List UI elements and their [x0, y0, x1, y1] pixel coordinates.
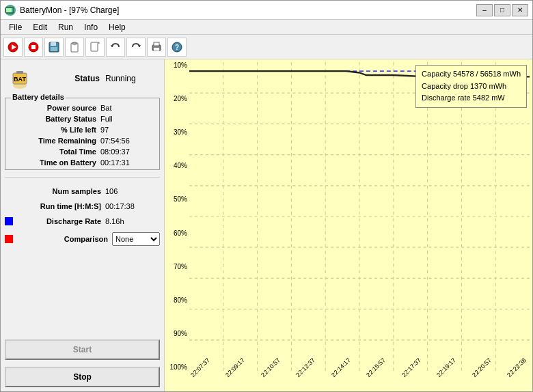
discharge-rate-label: Discharge Rate — [14, 217, 105, 225]
battery-details-group: Battery details Power source Bat Battery… — [5, 98, 160, 170]
svg-rect-24 — [16, 71, 23, 74]
comparison-select[interactable]: None Custom — [112, 232, 160, 246]
status-value: Running — [105, 74, 160, 83]
left-panel: BAT Status Running Battery details Power… — [1, 59, 165, 391]
comparison-label: Comparison — [14, 235, 112, 243]
discharge-color-indicator — [5, 217, 13, 225]
window-icon — [5, 5, 16, 16]
window-controls: – □ ✕ — [476, 4, 528, 16]
time-on-battery-label: Time on Battery — [10, 158, 100, 167]
toolbar: ? — [1, 35, 532, 59]
main-content: BAT Status Running Battery details Power… — [1, 59, 532, 391]
svg-text:?: ? — [175, 44, 179, 51]
window-title: BatteryMon - [97% Charge] — [20, 5, 476, 15]
run-time-label: Run time [H:M:S] — [5, 202, 105, 210]
comparison-color-indicator — [5, 235, 13, 243]
comparison-row: Comparison None Custom — [5, 232, 160, 246]
y-labels: 100% 90% 80% 70% 60% 50% 40% 30% 20% 10% — [165, 62, 189, 371]
toolbar-clipboard-btn[interactable] — [65, 38, 84, 57]
life-left-label: % Life left — [10, 126, 100, 134]
y-label-20: 20% — [165, 96, 189, 102]
num-samples-label: Num samples — [5, 187, 105, 195]
num-samples-row: Num samples 106 — [5, 187, 160, 195]
total-time-label: Total Time — [10, 148, 100, 156]
detail-life-left: % Life left 97 — [10, 126, 155, 134]
chart-svg — [189, 62, 530, 371]
tooltip-line3: Discharge rate 5482 mW — [422, 92, 521, 104]
y-label-30: 30% — [165, 129, 189, 136]
time-on-battery-value: 00:17:31 — [100, 158, 155, 167]
detail-time-remaining: Time Remaining 07:54:56 — [10, 137, 155, 145]
run-time-row: Run time [H:M:S] 00:17:38 — [5, 202, 160, 210]
svg-rect-6 — [31, 45, 36, 49]
y-label-80: 80% — [165, 297, 189, 304]
svg-rect-1 — [14, 9, 15, 12]
time-remaining-value: 07:54:56 — [100, 137, 155, 145]
svg-marker-15 — [111, 45, 113, 47]
num-samples-value: 106 — [105, 187, 160, 195]
time-remaining-label: Time Remaining — [10, 137, 100, 145]
toolbar-save-btn[interactable] — [44, 38, 64, 57]
toolbar-run-btn[interactable] — [3, 38, 23, 57]
svg-rect-8 — [51, 42, 56, 46]
svg-rect-9 — [51, 47, 57, 51]
detail-battery-status: Battery Status Full — [10, 115, 155, 123]
y-label-10: 10% — [165, 62, 189, 69]
total-time-value: 08:09:37 — [100, 148, 155, 156]
run-time-value: 00:17:38 — [105, 202, 160, 210]
svg-rect-11 — [72, 42, 77, 44]
discharge-rate-row: Discharge Rate 8.16h — [5, 217, 160, 225]
start-button[interactable]: Start — [5, 339, 160, 360]
menu-help[interactable]: Help — [103, 21, 131, 33]
maximize-button[interactable]: □ — [494, 4, 510, 16]
svg-text:BAT: BAT — [14, 76, 26, 83]
menu-run[interactable]: Run — [53, 21, 79, 33]
y-label-40: 40% — [165, 163, 189, 169]
status-row: BAT Status Running — [5, 64, 160, 94]
battery-status-value: Full — [100, 115, 155, 123]
detail-total-time: Total Time 08:09:37 — [10, 148, 155, 156]
svg-rect-2 — [6, 8, 12, 12]
separator-1 — [5, 177, 160, 178]
status-label: Status — [40, 74, 100, 83]
battery-large-icon: BAT — [5, 64, 35, 94]
detail-time-on-battery: Time on Battery 00:17:31 — [10, 158, 155, 167]
stop-button[interactable]: Stop — [5, 367, 160, 387]
svg-marker-16 — [138, 45, 141, 47]
tooltip-line2: Capacity drop 1370 mWh — [422, 81, 521, 93]
y-label-90: 90% — [165, 331, 189, 337]
tooltip-line1: Capacity 54578 / 56518 mWh — [422, 68, 521, 81]
y-label-100: 100% — [165, 364, 189, 371]
power-source-label: Power source — [10, 104, 100, 112]
menu-file[interactable]: File — [3, 21, 27, 33]
toolbar-print-btn[interactable] — [147, 38, 166, 57]
battery-status-label: Battery Status — [10, 115, 100, 123]
svg-rect-18 — [154, 42, 159, 46]
svg-rect-12 — [91, 42, 98, 51]
x-labels: 22:07:37 22:09:17 22:10:57 22:12:37 22:1… — [189, 371, 530, 391]
group-title: Battery details — [11, 93, 66, 101]
power-source-value: Bat — [100, 104, 155, 112]
discharge-rate-value: 8.16h — [105, 217, 160, 225]
close-button[interactable]: ✕ — [512, 4, 528, 16]
menu-info[interactable]: Info — [79, 21, 103, 33]
main-window: BatteryMon - [97% Charge] – □ ✕ File Edi… — [0, 0, 533, 392]
y-label-70: 70% — [165, 264, 189, 270]
detail-power-source: Power source Bat — [10, 104, 155, 112]
tooltip: Capacity 54578 / 56518 mWh Capacity drop… — [415, 65, 527, 108]
svg-rect-19 — [154, 48, 159, 51]
menu-edit[interactable]: Edit — [27, 21, 53, 33]
menu-bar: File Edit Run Info Help — [1, 20, 532, 35]
life-left-value: 97 — [100, 126, 155, 134]
toolbar-redo-btn[interactable] — [126, 38, 146, 57]
title-bar: BatteryMon - [97% Charge] – □ ✕ — [1, 1, 532, 20]
toolbar-stop-btn[interactable] — [24, 38, 43, 57]
y-label-60: 60% — [165, 230, 189, 237]
chart-area: 100% 90% 80% 70% 60% 50% 40% 30% 20% 10% — [165, 59, 532, 391]
minimize-button[interactable]: – — [476, 4, 493, 16]
toolbar-new-btn[interactable] — [85, 38, 105, 57]
toolbar-help-btn[interactable]: ? — [167, 38, 187, 57]
toolbar-undo-btn[interactable] — [106, 38, 125, 57]
y-label-50: 50% — [165, 196, 189, 203]
